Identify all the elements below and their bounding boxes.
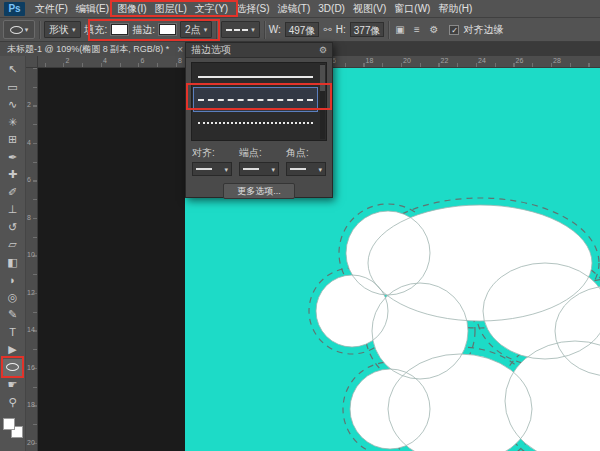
menu-item-3[interactable]: 图层(L) (151, 0, 191, 17)
path-selection-tool[interactable]: ▶ (2, 341, 24, 359)
caret-down-icon: ▾ (25, 26, 29, 33)
gear-icon[interactable]: ⚙ (427, 24, 440, 35)
ruler-number: 28 (553, 57, 561, 64)
ruler-number: 26 (516, 57, 524, 64)
menu-item-4[interactable]: 文字(Y) (191, 0, 232, 17)
vertical-ruler: 2468101214161820 (26, 68, 38, 451)
stroke-options-panel: 描边选项 ⚙ 对齐:▾端点:▾角点:▾ 更多选项... (185, 42, 333, 198)
menu-item-2[interactable]: 图像(I) (113, 0, 150, 17)
caret-down-icon: ▾ (251, 26, 255, 33)
ruler-number: 6 (141, 57, 145, 64)
menu-item-9[interactable]: 窗口(W) (390, 0, 434, 17)
corners-select-label: 角点: (286, 146, 326, 160)
dashed-stroke-style[interactable] (194, 88, 317, 111)
blur-tool[interactable]: ◗ (2, 271, 24, 289)
clone-stamp-tool[interactable]: ⊥ (2, 201, 24, 219)
menu-item-8[interactable]: 视图(V) (349, 0, 390, 17)
pen-tool[interactable]: ✎ (2, 306, 24, 324)
ruler-number: 16 (27, 364, 35, 371)
ruler-number: 20 (403, 57, 411, 64)
menu-items: 文件(F)编辑(E)图像(I)图层(L)文字(Y)选择(S)滤镜(T)3D(D)… (31, 0, 476, 17)
tool-list: ↖▭∿✳⊞✒✚✐⊥↺▱◧◗◎✎T▶☛⚲ (0, 56, 25, 411)
caps-select[interactable]: ▾ (239, 162, 279, 176)
document-tab[interactable]: 未标题-1 @ 109%(椭圆 8 副本, RGB/8) * × (0, 42, 191, 56)
link-dimensions-icon[interactable]: ⚯ (323, 24, 331, 35)
align-select[interactable]: ▾ (192, 162, 232, 176)
ruler-number: 2 (66, 57, 70, 64)
width-input[interactable]: 497像 (285, 22, 320, 37)
zoom-tool[interactable]: ⚲ (2, 394, 24, 412)
ruler-number: 20 (27, 439, 35, 446)
menu-item-1[interactable]: 编辑(E) (72, 0, 113, 17)
stroke-style-select[interactable]: ▾ (221, 21, 260, 38)
fill-swatch[interactable] (111, 24, 128, 35)
ruler-number: 2 (27, 101, 31, 108)
dotted-stroke-style[interactable] (194, 111, 317, 134)
path-operations-icon[interactable]: ▣ (393, 24, 406, 35)
tool-mode-select[interactable]: 形状 ▾ (44, 21, 81, 38)
stroke-label: 描边: (132, 23, 155, 37)
healing-brush-tool[interactable]: ✚ (2, 166, 24, 184)
type-tool[interactable]: T (2, 324, 24, 342)
ruler-number: 22 (441, 57, 449, 64)
tool-preset-button[interactable]: ▾ (3, 20, 35, 39)
height-input[interactable]: 377像 (350, 22, 385, 37)
foreground-color-swatch[interactable] (3, 418, 15, 430)
dodge-tool[interactable]: ◎ (2, 289, 24, 307)
stroke-swatch[interactable] (159, 24, 176, 35)
menu-item-5[interactable]: 选择(S) (232, 0, 273, 17)
align-edges-checkbox[interactable]: ✓ (449, 25, 459, 35)
panel-title-bar: 描边选项 ⚙ (186, 43, 332, 58)
color-swatches[interactable] (3, 418, 23, 438)
line-icon (290, 168, 306, 170)
lasso-tool[interactable]: ∿ (2, 96, 24, 114)
scrollbar[interactable] (320, 64, 325, 139)
caret-down-icon: ▾ (271, 166, 275, 173)
move-tool[interactable]: ↖ (2, 61, 24, 79)
caret-down-icon: ▾ (204, 26, 208, 33)
solid-line-icon (198, 76, 314, 78)
menu-item-10[interactable]: 帮助(H) (434, 0, 476, 17)
dashed-line-icon (198, 99, 314, 101)
history-brush-tool[interactable]: ↺ (2, 219, 24, 237)
marquee-tool[interactable]: ▭ (2, 79, 24, 97)
crop-tool[interactable]: ⊞ (2, 131, 24, 149)
document-tab-title: 未标题-1 @ 109%(椭圆 8 副本, RGB/8) * (7, 43, 169, 56)
solid-stroke-style[interactable] (194, 65, 317, 88)
ruler-number: 8 (178, 57, 182, 64)
eraser-tool[interactable]: ▱ (2, 236, 24, 254)
photoshop-window: Ps 文件(F)编辑(E)图像(I)图层(L)文字(Y)选择(S)滤镜(T)3D… (0, 0, 600, 451)
corners-select[interactable]: ▾ (286, 162, 326, 176)
close-icon[interactable]: × (177, 44, 183, 55)
ruler-number: 6 (27, 176, 31, 183)
separator (388, 21, 389, 39)
ruler-number: 18 (27, 401, 35, 408)
tool-mode-value: 形状 (49, 23, 69, 37)
align-select-group: 对齐:▾ (192, 146, 232, 176)
path-alignment-icon[interactable]: ≡ (410, 24, 423, 35)
more-options-button[interactable]: 更多选项... (223, 183, 295, 199)
stroke-width-input[interactable]: 2点 ▾ (180, 21, 212, 38)
scrollbar-thumb[interactable] (320, 65, 325, 91)
brush-tool[interactable]: ✐ (2, 184, 24, 202)
menu-item-6[interactable]: 滤镜(T) (274, 0, 315, 17)
line-icon (243, 168, 259, 170)
ellipse-tool[interactable] (2, 359, 24, 377)
stroke-detail-selects: 对齐:▾端点:▾角点:▾ (186, 141, 332, 176)
eyedropper-tool[interactable]: ✒ (2, 149, 24, 167)
width-label: W: (269, 24, 281, 35)
panel-gear-icon[interactable]: ⚙ (319, 45, 327, 55)
dashed-line-preview-icon (226, 29, 248, 31)
stroke-style-list (191, 62, 327, 141)
menu-item-7[interactable]: 3D(D) (314, 0, 349, 17)
menu-item-0[interactable]: 文件(F) (31, 0, 72, 17)
hand-tool[interactable]: ☛ (2, 376, 24, 394)
line-icon (196, 168, 212, 170)
photoshop-logo: Ps (4, 2, 25, 16)
align-select-label: 对齐: (192, 146, 232, 160)
separator (216, 21, 217, 39)
gradient-tool[interactable]: ◧ (2, 254, 24, 272)
quick-selection-tool[interactable]: ✳ (2, 114, 24, 132)
align-edges-label: 对齐边缘 (463, 23, 503, 37)
caret-down-icon: ▾ (318, 166, 322, 173)
